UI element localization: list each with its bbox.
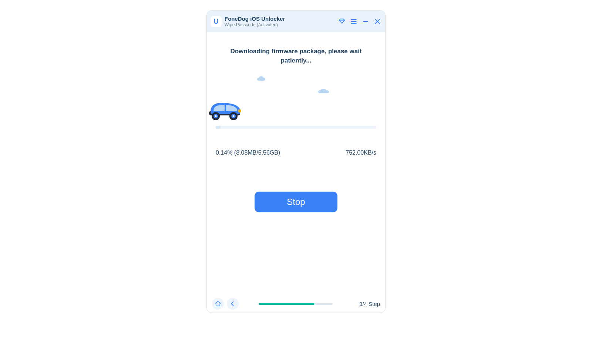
title-block: FoneDog iOS Unlocker Wipe Passcode (Acti… xyxy=(225,16,285,27)
cloud-icon xyxy=(256,75,268,84)
svg-point-10 xyxy=(215,115,217,117)
cloud-icon xyxy=(318,88,330,96)
close-button[interactable] xyxy=(373,17,382,26)
illustration-area xyxy=(212,69,380,124)
footer-bar: 3/4 Step xyxy=(207,295,385,313)
step-progress xyxy=(242,303,350,305)
app-subtitle: Wipe Passcode (Activated) xyxy=(225,22,285,27)
svg-rect-7 xyxy=(238,109,241,112)
download-progress-text: 0.14% (8.08MB/5.56GB) xyxy=(216,149,280,156)
home-button[interactable] xyxy=(212,298,224,310)
svg-point-13 xyxy=(233,115,235,117)
app-title: FoneDog iOS Unlocker xyxy=(225,16,285,22)
back-button[interactable] xyxy=(227,298,239,310)
status-heading: Downloading firmware package, please wai… xyxy=(212,32,380,65)
content-area: Downloading firmware package, please wai… xyxy=(207,32,385,295)
minimize-button[interactable] xyxy=(361,17,370,26)
download-progress-bar xyxy=(216,126,376,129)
download-progress-fill xyxy=(216,126,221,129)
diamond-icon[interactable] xyxy=(337,17,347,26)
stop-button[interactable]: Stop xyxy=(255,192,337,212)
download-speed-text: 752.00KB/s xyxy=(346,149,376,156)
step-label: 3/4 Step xyxy=(353,301,380,307)
car-icon xyxy=(207,100,244,122)
download-stats: 0.14% (8.08MB/5.56GB) 752.00KB/s xyxy=(212,129,380,156)
app-logo-icon: U xyxy=(211,16,222,27)
app-window: U FoneDog iOS Unlocker Wipe Passcode (Ac… xyxy=(206,10,386,313)
logo-glyph: U xyxy=(214,18,219,26)
menu-icon[interactable] xyxy=(349,17,359,26)
titlebar: U FoneDog iOS Unlocker Wipe Passcode (Ac… xyxy=(207,11,385,32)
